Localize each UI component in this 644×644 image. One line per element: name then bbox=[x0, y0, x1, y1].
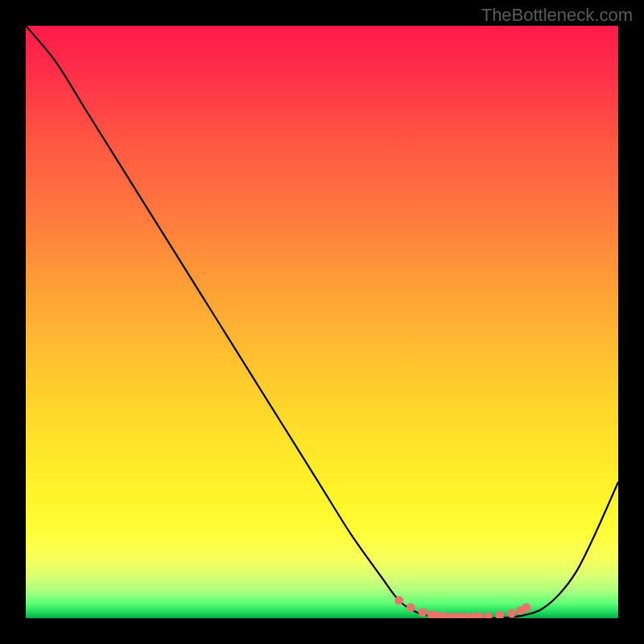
chart-curve bbox=[26, 26, 618, 618]
marker-dot bbox=[495, 611, 504, 618]
marker-dot bbox=[407, 603, 415, 612]
bottleneck-curve-path bbox=[26, 26, 618, 618]
marker-dot bbox=[475, 612, 484, 618]
plot-area bbox=[26, 26, 618, 618]
watermark-text: TheBottleneck.com bbox=[481, 5, 633, 26]
marker-dot bbox=[522, 603, 530, 612]
marker-dot bbox=[419, 608, 427, 617]
marker-dot bbox=[507, 609, 516, 618]
marker-dot bbox=[484, 612, 493, 618]
marker-dot bbox=[394, 596, 403, 605]
optimal-zone-markers bbox=[394, 596, 530, 618]
